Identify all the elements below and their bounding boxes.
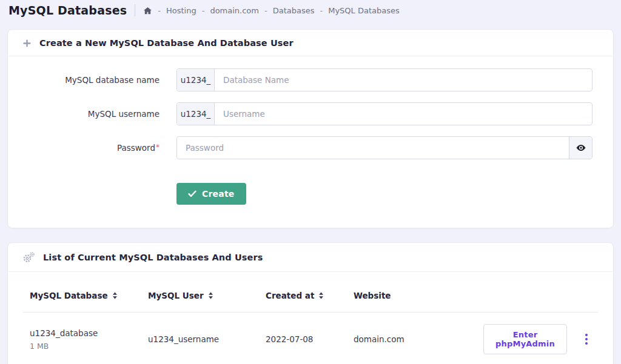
create-form: MySQL database name u1234_ MySQL usernam… bbox=[8, 56, 613, 228]
database-name-prefix: u1234_ bbox=[177, 69, 215, 91]
create-button[interactable]: Create bbox=[176, 183, 246, 205]
database-name: u1234_database bbox=[30, 328, 98, 338]
list-card-title: List of Current MySQL Databases And User… bbox=[43, 253, 263, 262]
website-cell: domain.com bbox=[346, 334, 476, 344]
title-breadcrumb-divider bbox=[135, 4, 135, 16]
column-header-mysql-user[interactable]: MySQL User bbox=[141, 291, 258, 300]
user-cell: u1234_username bbox=[141, 334, 258, 344]
plus-icon bbox=[22, 39, 32, 48]
created-at-cell: 2022-07-08 bbox=[258, 334, 346, 344]
gears-icon bbox=[22, 251, 35, 263]
check-icon bbox=[188, 190, 196, 197]
database-name-input[interactable] bbox=[215, 69, 592, 91]
enter-phpmyadmin-button[interactable]: Enter phpMyAdmin bbox=[483, 324, 567, 354]
database-cell: u1234_database 1 MB bbox=[22, 328, 141, 351]
breadcrumb-separator: - bbox=[202, 6, 205, 15]
databases-table: MySQL Database MySQL User Created at Web… bbox=[8, 272, 613, 364]
column-header-created-at[interactable]: Created at bbox=[258, 291, 346, 300]
eye-icon bbox=[576, 142, 586, 153]
database-name-input-group: u1234_ bbox=[176, 68, 592, 91]
menu-cell bbox=[567, 331, 599, 347]
page-title: MySQL Databases bbox=[8, 4, 127, 17]
username-row: MySQL username u1234_ bbox=[22, 102, 592, 125]
password-label: Password* bbox=[22, 143, 159, 153]
breadcrumb-domain[interactable]: domain.com bbox=[210, 6, 259, 15]
database-list-card: List of Current MySQL Databases And User… bbox=[7, 242, 614, 364]
sort-icon[interactable] bbox=[208, 292, 213, 299]
database-name-label: MySQL database name bbox=[22, 75, 159, 85]
create-database-card: Create a New MySQL Database And Database… bbox=[7, 29, 614, 228]
password-input-group bbox=[176, 136, 592, 159]
breadcrumb-separator: - bbox=[320, 6, 323, 15]
table-header-row: MySQL Database MySQL User Created at Web… bbox=[22, 272, 599, 313]
action-cell: Enter phpMyAdmin bbox=[476, 324, 567, 354]
breadcrumb-databases[interactable]: Databases bbox=[273, 6, 315, 15]
top-bar: MySQL Databases - Hosting - domain.com -… bbox=[0, 0, 621, 21]
create-card-header: Create a New MySQL Database And Database… bbox=[8, 30, 613, 56]
database-name-row: MySQL database name u1234_ bbox=[22, 68, 592, 91]
password-input[interactable] bbox=[177, 137, 569, 159]
username-label: MySQL username bbox=[22, 109, 159, 119]
breadcrumb-hosting[interactable]: Hosting bbox=[166, 6, 196, 15]
table-row: u1234_database 1 MB u1234_username 2022-… bbox=[22, 313, 599, 364]
create-card-title: Create a New MySQL Database And Database… bbox=[39, 38, 294, 48]
breadcrumb-separator: - bbox=[264, 6, 267, 15]
toggle-password-visibility-button[interactable] bbox=[569, 137, 592, 159]
password-row: Password* bbox=[22, 136, 592, 159]
username-input-group: u1234_ bbox=[176, 102, 592, 125]
breadcrumb-mysql-databases: MySQL Databases bbox=[328, 6, 400, 15]
column-header-mysql-database[interactable]: MySQL Database bbox=[22, 291, 141, 300]
sort-icon[interactable] bbox=[318, 292, 324, 299]
create-button-label: Create bbox=[202, 189, 235, 199]
kebab-menu-icon[interactable] bbox=[582, 331, 591, 347]
username-input[interactable] bbox=[215, 103, 592, 125]
column-header-website: Website bbox=[346, 291, 476, 300]
breadcrumb: - Hosting - domain.com - Databases - MyS… bbox=[143, 6, 400, 15]
breadcrumb-separator: - bbox=[158, 6, 161, 15]
username-prefix: u1234_ bbox=[177, 103, 215, 125]
sort-icon[interactable] bbox=[112, 292, 118, 299]
home-icon[interactable] bbox=[143, 6, 152, 15]
required-asterisk: * bbox=[156, 143, 159, 151]
list-card-header: List of Current MySQL Databases And User… bbox=[8, 243, 613, 272]
database-size: 1 MB bbox=[30, 342, 49, 351]
